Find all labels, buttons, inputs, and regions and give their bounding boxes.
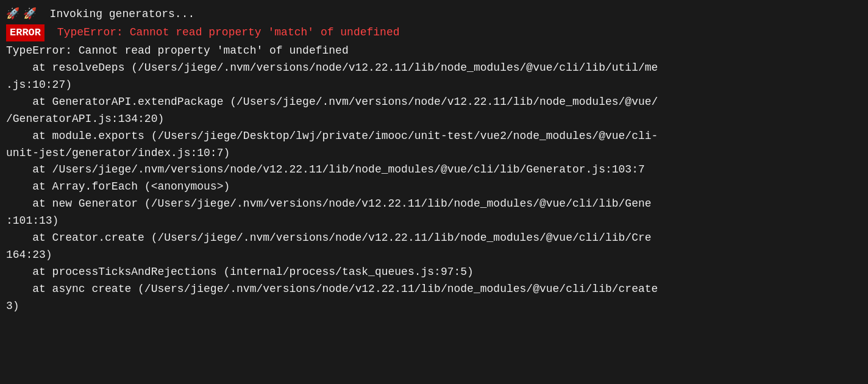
stack-line-3: at GeneratorAPI.extendPackage (/Users/ji…	[0, 94, 868, 111]
stack-line-14: at async create (/Users/jiege/.nvm/versi…	[0, 281, 868, 298]
terminal: 🚀 🚀 Invoking generators... ERROR TypeErr…	[0, 0, 868, 384]
stack-line-2: .js:10:27)	[0, 77, 868, 94]
invoking-text: 🚀 Invoking generators...	[23, 6, 194, 23]
stack-line-13: at processTicksAndRejections (internal/p…	[0, 264, 868, 281]
stack-line-15: 3)	[0, 298, 868, 315]
stack-line-typeerror: TypeError: Cannot read property 'match' …	[0, 43, 868, 60]
stack-line-9: at new Generator (/Users/jiege/.nvm/vers…	[0, 196, 868, 213]
stack-line-4: /GeneratorAPI.js:134:20)	[0, 111, 868, 128]
stack-line-1: at resolveDeps (/Users/jiege/.nvm/versio…	[0, 60, 868, 77]
stack-line-7: at /Users/jiege/.nvm/versions/node/v12.2…	[0, 162, 868, 179]
rocket-icon: 🚀	[6, 6, 20, 23]
stack-line-10: :101:13)	[0, 213, 868, 230]
invoking-line: 🚀 🚀 Invoking generators...	[0, 6, 868, 23]
error-header-message: TypeError: Cannot read property 'match' …	[51, 24, 400, 41]
stack-line-8: at Array.forEach (<anonymous>)	[0, 179, 868, 196]
error-header-line: ERROR TypeError: Cannot read property 'm…	[0, 24, 868, 41]
stack-line-11: at Creator.create (/Users/jiege/.nvm/ver…	[0, 230, 868, 247]
stack-line-12: 164:23)	[0, 247, 868, 264]
error-badge: ERROR	[6, 24, 44, 41]
stack-line-5: at module.exports (/Users/jiege/Desktop/…	[0, 128, 868, 145]
stack-line-6: unit-jest/generator/index.js:10:7)	[0, 145, 868, 162]
